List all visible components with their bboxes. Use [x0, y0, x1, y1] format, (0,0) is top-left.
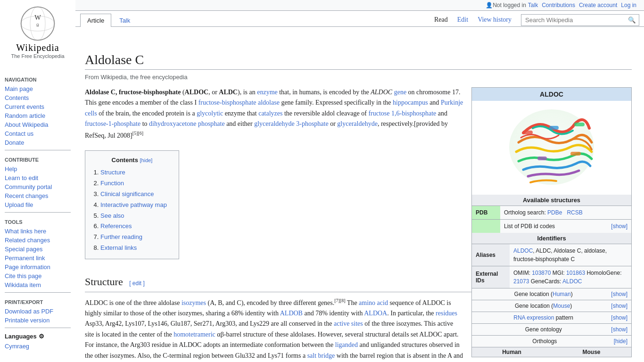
contents-item-2[interactable]: Function	[100, 179, 171, 189]
infobox-title: ALDOC	[472, 88, 631, 101]
site-name[interactable]: Wikipedia	[5, 42, 71, 53]
sidebar-item-printable[interactable]: Printable version	[0, 316, 75, 325]
contents-item-6[interactable]: References	[100, 222, 171, 231]
sidebar-item-contents[interactable]: Contents	[0, 93, 75, 102]
sidebar-item-download-pdf[interactable]: Download as PDF	[0, 307, 75, 316]
search-form: 🔍	[521, 14, 639, 26]
infobox-pdb-row: PDB Ortholog search: PDBe RCSB	[472, 206, 631, 219]
aldoa-link[interactable]: ALDOA	[364, 310, 387, 317]
sidebar-item-contact[interactable]: Contact us	[0, 129, 75, 138]
gene-ontology-show[interactable]: [show]	[611, 326, 627, 333]
contribute-title: Contribute	[0, 153, 75, 165]
glyceraldehyde-3-link[interactable]: glyceraldehyde 3-phosphate	[254, 120, 328, 127]
isozymes-link[interactable]: isozymes	[182, 299, 206, 306]
contents-item-1[interactable]: Structure	[100, 168, 171, 178]
search-input[interactable]	[521, 15, 625, 25]
rna-expression-label: RNA expression pattern	[513, 314, 573, 321]
mouse-link[interactable]: Mouse	[553, 303, 570, 309]
gene-link[interactable]: gene	[394, 89, 406, 96]
contents-box: Contents [hide] Structure Function Clini…	[85, 150, 179, 259]
aldc-bold: ALDC	[219, 89, 238, 96]
sidebar-item-permanent-link[interactable]: Permanent link	[0, 254, 75, 263]
gene-location-human-label: Gene location (Human)	[514, 291, 573, 297]
contents-item-5[interactable]: See also	[100, 211, 171, 221]
list-pdb-show[interactable]: [show]	[611, 222, 627, 230]
amino-acid-link[interactable]: amino acid	[359, 299, 388, 306]
tab-read[interactable]: Read	[429, 13, 453, 26]
enzyme-link[interactable]: enzyme	[257, 89, 278, 96]
sidebar-item-page-information[interactable]: Page information	[0, 263, 75, 272]
tab-edit[interactable]: Edit	[453, 13, 473, 26]
sidebar-item-help[interactable]: Help	[0, 165, 75, 173]
sidebar-item-community-portal[interactable]: Community portal	[0, 182, 75, 191]
gene-location-human-show[interactable]: [show]	[611, 291, 627, 297]
orthologs-label: Orthologs	[532, 338, 557, 345]
sidebar-item-what-links-here[interactable]: What links here	[0, 227, 75, 236]
dhap-link[interactable]: dihydroxyacetone phosphate	[149, 120, 225, 127]
list-pdb-label: List of PDB id codes	[504, 223, 555, 230]
available-structures-header: Available structures	[472, 195, 631, 206]
page-tabs: Article Talk	[75, 13, 143, 26]
from-wikipedia: From Wikipedia, the free encyclopedia	[85, 74, 632, 81]
liganded-link[interactable]: liganded	[335, 341, 358, 348]
homotetrameric-link[interactable]: homotetrameric	[173, 331, 215, 338]
sidebar-item-recent-changes[interactable]: Recent changes	[0, 191, 75, 200]
sidebar-item-main-page[interactable]: Main page	[0, 84, 75, 93]
tab-talk[interactable]: Talk	[112, 14, 137, 27]
gear-icon[interactable]: ⚙	[39, 333, 44, 340]
fructose-link[interactable]: fructose-bisphosphate aldolase	[198, 99, 280, 106]
sidebar-item-wikidata[interactable]: Wikidata item	[0, 280, 75, 289]
contents-item-7[interactable]: Further reading	[100, 232, 171, 242]
sidebar-item-current-events[interactable]: Current events	[0, 102, 75, 111]
log-in-link[interactable]: Log in	[621, 2, 636, 8]
sidebar-item-random-article[interactable]: Random article	[0, 111, 75, 120]
human-link[interactable]: Human	[553, 291, 571, 297]
glyceraldehyde-link[interactable]: glyceraldehyde	[337, 120, 378, 127]
tab-article[interactable]: Article	[80, 14, 111, 27]
search-button[interactable]: 🔍	[625, 15, 639, 25]
contents-item-4[interactable]: Interactive pathway map	[100, 200, 171, 210]
contents-hide[interactable]: [hide]	[140, 157, 153, 163]
sidebar-item-related-changes[interactable]: Related changes	[0, 236, 75, 245]
contributions-link[interactable]: Contributions	[542, 2, 575, 8]
sidebar-item-donate[interactable]: Donate	[0, 138, 75, 147]
main-content: Aldolase C From Wikipedia, the free ency…	[75, 11, 644, 362]
residues-link[interactable]: residues	[436, 310, 457, 317]
species-header: Human Mouse	[472, 347, 631, 357]
svg-rect-11	[570, 152, 581, 156]
sidebar-item-cymraeg[interactable]: Cymraeg	[0, 342, 75, 351]
aldoc-italic: ALDOC	[371, 89, 392, 96]
structure-edit-link[interactable]: [ edit ]	[129, 280, 145, 287]
svg-rect-8	[549, 126, 559, 130]
pdbe-link[interactable]: PDBe	[547, 209, 562, 216]
active-sites-link[interactable]: active sites	[334, 320, 363, 327]
orthologs-row: Orthologs [hide]	[472, 335, 631, 347]
glycolytic-link[interactable]: glycolytic	[197, 110, 223, 117]
talk-link[interactable]: Talk	[528, 2, 538, 8]
infobox: ALDOC	[471, 87, 632, 357]
protein-image	[504, 105, 599, 189]
hippocampus-link[interactable]: hippocampus	[393, 99, 428, 106]
create-account-link[interactable]: Create account	[579, 2, 617, 8]
sidebar-item-special-pages[interactable]: Special pages	[0, 245, 75, 254]
fructose-1-link[interactable]: fructose-1-phosphate	[85, 120, 140, 127]
rna-expression-show[interactable]: [show]	[611, 314, 627, 321]
sidebar-item-about[interactable]: About Wikipedia	[0, 120, 75, 129]
top-bar: 👤 Not logged in Talk Contributions Creat…	[0, 0, 644, 11]
catalyzes-link[interactable]: catalyzes	[258, 110, 282, 117]
sidebar-item-cite[interactable]: Cite this page	[0, 272, 75, 280]
tab-view-history[interactable]: View history	[473, 13, 516, 26]
sidebar-item-learn-to-edit[interactable]: Learn to edit	[0, 173, 75, 182]
orthologs-hide[interactable]: [hide]	[614, 338, 627, 345]
sidebar-item-upload-file[interactable]: Upload file	[0, 200, 75, 209]
wikipedia-logo[interactable]: W Ω	[19, 5, 57, 42]
infobox-image	[472, 101, 631, 195]
rcsb-link[interactable]: RCSB	[567, 209, 582, 216]
rna-expression-link[interactable]: RNA expression	[513, 314, 554, 321]
contents-item-3[interactable]: Clinical significance	[100, 189, 171, 199]
aldob-link[interactable]: ALDOB	[280, 310, 303, 317]
contents-item-8[interactable]: External links	[100, 243, 171, 253]
salt-bridge-link[interactable]: salt bridge	[307, 352, 335, 359]
gene-location-mouse-show[interactable]: [show]	[611, 303, 627, 309]
fructose-16-link[interactable]: fructose 1,6-bisphosphate	[368, 110, 436, 117]
